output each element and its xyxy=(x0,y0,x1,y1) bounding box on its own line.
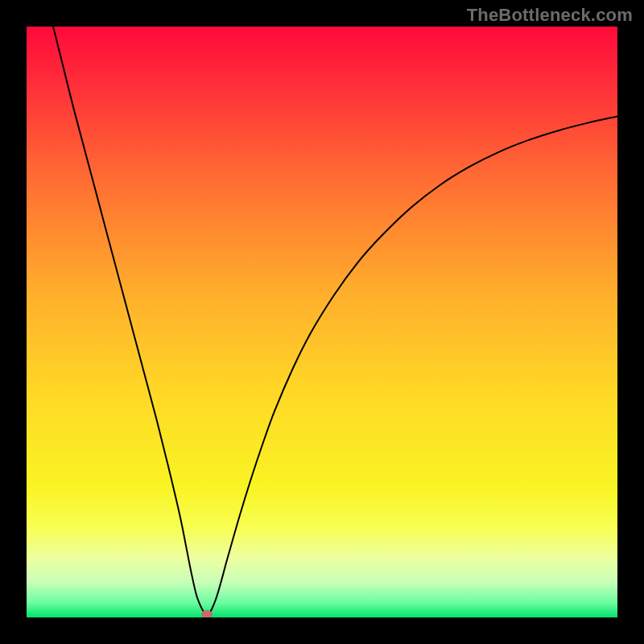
watermark-label: TheBottleneck.com xyxy=(467,5,633,26)
curve-layer xyxy=(27,27,617,617)
minimum-marker xyxy=(201,610,213,617)
plot-area xyxy=(27,27,617,617)
chart-frame: TheBottleneck.com xyxy=(0,0,644,644)
bottleneck-curve xyxy=(53,27,617,614)
